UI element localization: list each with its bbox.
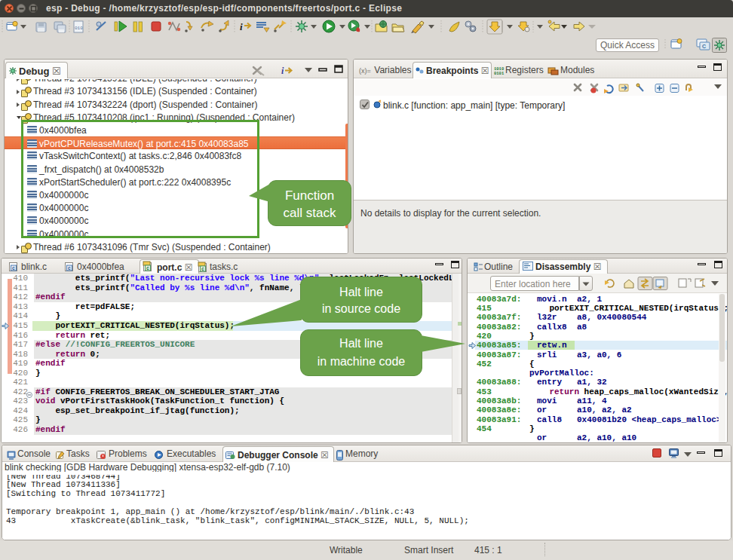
svg-text:0101: 0101 xyxy=(494,71,505,75)
svg-text:c: c xyxy=(68,265,71,271)
svg-text:c: c xyxy=(146,265,149,271)
svg-text:c: c xyxy=(201,266,204,271)
svg-text:C: C xyxy=(702,44,706,49)
svg-text:i: i xyxy=(281,66,284,76)
svg-text:010: 010 xyxy=(75,26,83,31)
svg-text:(x)=: (x)= xyxy=(359,67,371,75)
svg-text:i: i xyxy=(240,21,243,32)
svg-text:c: c xyxy=(12,265,15,271)
